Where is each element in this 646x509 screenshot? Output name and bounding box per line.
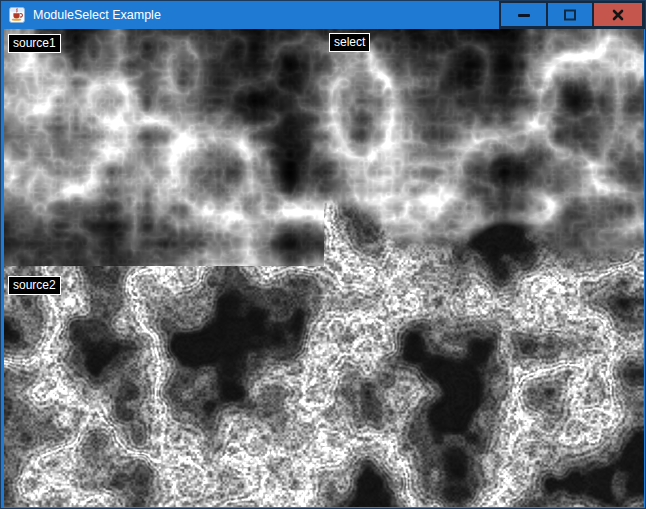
minimize-icon [516,7,532,23]
window-controls [499,1,645,29]
titlebar[interactable]: ModuleSelect Example [1,1,645,29]
minimize-button[interactable] [501,3,546,26]
app-window: ModuleSelect Example source1 [0,0,646,509]
select-label: select [329,33,370,52]
render-area: source1 select source2 [4,29,644,507]
source2-label: source2 [8,276,61,295]
source2-image [4,266,644,507]
close-button[interactable] [594,3,642,26]
java-coffee-cup-icon [9,7,25,23]
maximize-icon [562,7,578,23]
window-title: ModuleSelect Example [33,1,161,29]
source1-label: source1 [8,34,61,53]
maximize-button[interactable] [548,3,592,26]
source1-image [4,29,324,266]
close-icon [610,7,626,23]
